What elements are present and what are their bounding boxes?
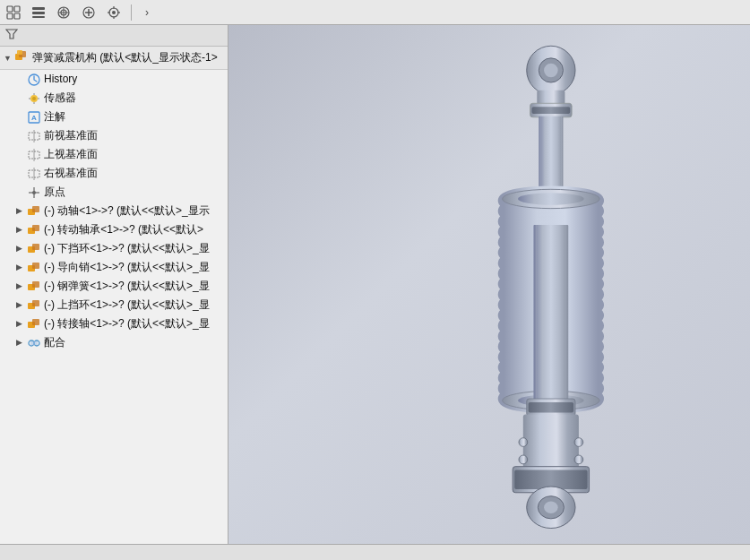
tree-item-part5[interactable]: ▶ (-) 钢弹簧<1>->? (默认<<默认>_显 [0,277,228,296]
tree-item-mate[interactable]: ▶ 配合 [0,333,228,352]
right-plane-icon [27,167,41,181]
part3-icon [27,242,41,256]
sensor-label: 传感器 [44,90,76,106]
expand-arrow-mate: ▶ [16,335,25,350]
svg-point-107 [574,455,583,464]
tree-item-front-plane[interactable]: 前视基准面 [0,126,228,145]
annotation-icon: A [27,110,41,125]
no-arrow5 [16,147,25,162]
part4-label: (-) 导向销<1>->? (默认<<默认>_显 [44,260,210,275]
part5-icon [27,280,41,294]
expand-arrow5: ▶ [16,279,25,294]
tree-item-part6[interactable]: ▶ (-) 上挡环<1>->? (默认<<默认>_显 [0,296,228,314]
part4-icon [27,261,41,275]
no-arrow4 [16,128,25,143]
toolbar-btn-grid[interactable] [4,3,23,22]
expand-arrow1: ▶ [16,203,25,219]
svg-rect-49 [32,263,39,269]
part7-icon [27,317,41,332]
tree-item-annotation[interactable]: A 注解 [0,108,228,126]
part6-label: (-) 上挡环<1>->? (默认<<默认>_显 [44,297,210,313]
svg-point-103 [544,501,558,513]
toolbar-btn-add[interactable] [79,3,99,22]
toolbar-btn-settings[interactable] [104,3,124,22]
front-plane-icon [27,129,41,143]
filter-icon [5,28,18,43]
svg-point-41 [32,191,36,194]
part1-label: (-) 动轴<1>->? (默认<<默认>_显示 [44,203,210,219]
expand-arrow3: ▶ [16,241,25,256]
svg-point-15 [112,11,116,14]
no-arrow3 [16,109,25,125]
assembly-icon [14,49,29,66]
tree-item-history[interactable]: History [0,70,228,89]
mate-label: 配合 [44,335,65,350]
toolbar-btn-list[interactable] [29,3,48,22]
svg-point-104 [519,438,528,447]
svg-rect-43 [32,206,39,212]
top-plane-label: 上视基准面 [44,147,98,162]
svg-rect-55 [32,319,39,325]
history-icon [27,73,41,87]
tree-item-part4[interactable]: ▶ (-) 导向销<1>->? (默认<<默认>_显 [0,258,228,277]
tree-item-origin[interactable]: 原点 [0,183,228,202]
no-arrow7 [16,185,25,200]
mate-icon [27,336,41,350]
expand-arrow: ▼ [4,54,13,63]
expand-arrow2: ▶ [16,222,25,237]
annotation-label: 注解 [44,109,65,125]
svg-rect-97 [529,402,573,413]
toolbar-more-arrow[interactable]: › [139,4,155,21]
tree-item-part3[interactable]: ▶ (-) 下挡环<1>->? (默认<<默认>_显 [0,239,228,258]
toolbar-divider [131,4,132,21]
filter-bar [0,25,228,47]
svg-rect-3 [14,13,20,19]
no-arrow6 [16,166,25,181]
origin-icon [27,185,41,200]
svg-rect-58 [30,341,38,345]
svg-rect-6 [32,16,45,18]
main-toolbar: › [0,0,750,25]
svg-rect-0 [7,6,13,12]
part6-icon [27,298,41,313]
svg-rect-51 [32,281,39,288]
no-arrow [16,72,25,87]
main-area: ▼ 弹簧减震机构 (默认<默认_显示状态-1> [0,25,750,544]
svg-point-105 [574,438,583,447]
svg-rect-1 [14,6,20,12]
part2-label: (-) 转动轴承<1>->? (默认<<默认> [44,222,203,237]
expand-arrow4: ▶ [16,260,25,275]
expand-arrow7: ▶ [16,316,25,332]
svg-text:A: A [31,114,37,122]
svg-rect-45 [32,225,39,231]
tree-item-right-plane[interactable]: 右视基准面 [0,164,228,183]
front-plane-label: 前视基准面 [44,128,98,143]
top-plane-icon [27,148,41,162]
left-panel: ▼ 弹簧减震机构 (默认<默认_显示状态-1> [0,25,228,544]
svg-point-26 [32,97,36,100]
svg-point-106 [519,455,528,464]
svg-rect-2 [7,13,13,19]
svg-rect-47 [32,244,39,250]
viewport[interactable] [228,25,750,544]
tree-root-item[interactable]: ▼ 弹簧减震机构 (默认<默认_显示状态-1> [0,47,228,70]
bottom-status-bar [0,544,750,560]
tree-item-part2[interactable]: ▶ (-) 转动轴承<1>->? (默认<<默认> [0,220,228,239]
root-label: 弹簧减震机构 (默认<默认_显示状态-1> [32,50,218,65]
history-label: History [44,72,77,87]
svg-point-61 [544,64,558,78]
svg-rect-4 [32,7,45,10]
svg-rect-93 [533,225,568,408]
tree-item-top-plane[interactable]: 上视基准面 [0,145,228,164]
svg-rect-5 [32,12,45,14]
tree-item-part1[interactable]: ▶ (-) 动轴<1>->? (默认<<默认>_显示 [0,202,228,220]
svg-rect-64 [532,107,571,114]
svg-rect-23 [17,50,22,55]
3d-model-view [228,25,750,544]
right-plane-label: 右视基准面 [44,166,98,181]
part1-icon [27,204,41,219]
svg-marker-20 [6,30,17,39]
tree-item-sensor[interactable]: 传感器 [0,89,228,108]
tree-item-part7[interactable]: ▶ (-) 转接轴<1>->? (默认<<默认>_显 [0,314,228,333]
toolbar-btn-layers[interactable] [54,3,73,22]
